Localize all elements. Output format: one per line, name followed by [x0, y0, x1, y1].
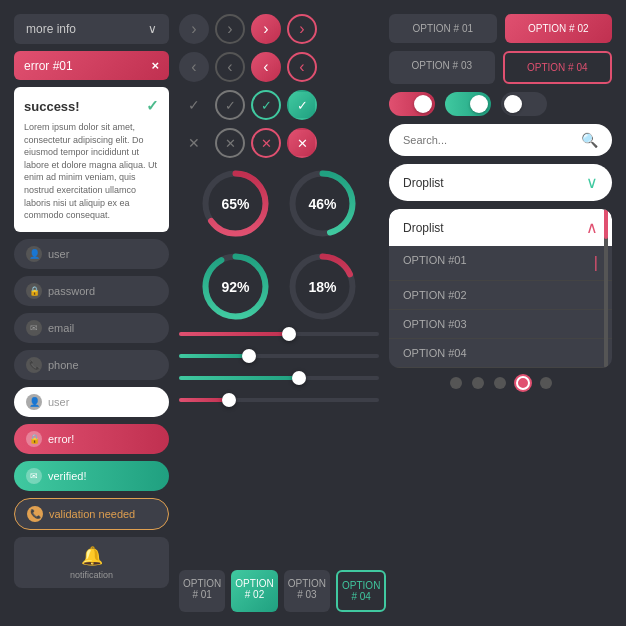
progress-circle-92: 92% — [198, 249, 273, 324]
user-placeholder: user — [48, 248, 69, 260]
radio-dot-3[interactable] — [494, 377, 506, 389]
progress-label-18: 18% — [308, 279, 336, 295]
droplist-open-header[interactable]: Droplist ∧ — [389, 209, 612, 246]
more-info-label: more info — [26, 22, 76, 36]
droplist-closed-label: Droplist — [403, 176, 444, 190]
search-bar[interactable]: 🔍 — [389, 124, 612, 156]
options-row-1: OPTION # 01 OPTION # 02 — [389, 14, 612, 43]
error-badge[interactable]: error #01 × — [14, 51, 169, 80]
cross-outline-red[interactable]: ✕ — [251, 128, 281, 158]
more-info-dropdown[interactable]: more info ∨ — [14, 14, 169, 44]
toggle-2-thumb — [470, 95, 488, 113]
right-arrow-filled[interactable]: › — [251, 14, 281, 44]
chevron-down-icon: ∨ — [148, 22, 157, 36]
email-input-dark[interactable]: ✉ email — [14, 313, 169, 343]
slider-thumb-3[interactable] — [292, 371, 306, 385]
check-row: ✓ ✓ ✓ ✓ — [179, 90, 379, 120]
verified-email-icon: ✉ — [26, 468, 42, 484]
check-filled-green[interactable]: ✓ — [287, 90, 317, 120]
left-arrow-flat[interactable]: ‹ — [179, 52, 209, 82]
chevron-down-icon-2: ∨ — [586, 173, 598, 192]
droplist-open-label: Droplist — [403, 221, 444, 235]
cross-outline-1[interactable]: ✕ — [215, 128, 245, 158]
phone-input-dark[interactable]: 📞 phone — [14, 350, 169, 380]
radio-dot-1[interactable] — [450, 377, 462, 389]
slider-fill-3 — [179, 376, 299, 380]
success-card: success! ✓ Lorem ipsum dolor sit amet, c… — [14, 87, 169, 232]
progress-label-92: 92% — [221, 279, 249, 295]
phone-placeholder: phone — [48, 359, 79, 371]
error-input[interactable]: 🔒 error! — [14, 424, 169, 454]
right-arrow-flat[interactable]: › — [179, 14, 209, 44]
close-icon[interactable]: × — [151, 58, 159, 73]
radio-dot-5[interactable] — [540, 377, 552, 389]
droplist-closed[interactable]: Droplist ∨ — [389, 164, 612, 201]
left-arrow-circle-outline[interactable]: ‹ — [287, 52, 317, 82]
droplist-item-2[interactable]: OPTION #02 — [389, 281, 612, 310]
user-input-white[interactable]: 👤 user — [14, 387, 169, 417]
bell-icon: 🔔 — [81, 545, 103, 567]
user2-icon: 👤 — [26, 394, 42, 410]
cross-flat: ✕ — [179, 135, 209, 151]
slider-thumb-1[interactable] — [282, 327, 296, 341]
toggle-row — [389, 92, 612, 116]
mid-tab-2[interactable]: OPTION # 02 — [231, 570, 277, 612]
option-btn-02[interactable]: OPTION # 02 — [505, 14, 613, 43]
check-outline-1[interactable]: ✓ — [215, 90, 245, 120]
options-row-2: OPTION # 03 OPTION # 04 — [389, 51, 612, 84]
droplist-item-1[interactable]: OPTION #01 | — [389, 246, 612, 281]
radio-dot-4[interactable] — [516, 376, 530, 390]
droplist-scrollbar-thumb[interactable] — [604, 209, 608, 239]
option-btn-04[interactable]: OPTION # 04 — [503, 51, 613, 84]
droplist-item-4[interactable]: OPTION #04 — [389, 339, 612, 368]
slider-thumb-4[interactable] — [222, 393, 236, 407]
droplist-item-1-label: OPTION #01 — [403, 254, 467, 272]
progress-circle-65: 65% — [198, 166, 273, 241]
droplist-item-4-label: OPTION #04 — [403, 347, 467, 359]
sliders-section — [179, 332, 379, 402]
droplist-item-3-label: OPTION #03 — [403, 318, 467, 330]
droplist-item-1-indicator: | — [594, 254, 598, 272]
verified-input-label: verified! — [48, 470, 87, 482]
email-icon: ✉ — [26, 320, 42, 336]
option-btn-03[interactable]: OPTION # 03 — [389, 51, 495, 84]
password-input-dark[interactable]: 🔒 password — [14, 276, 169, 306]
progress-row-1: 65% 46% — [179, 166, 379, 241]
check-outline-green[interactable]: ✓ — [251, 90, 281, 120]
warning-input[interactable]: 📞 validation needed — [14, 498, 169, 530]
email-placeholder: email — [48, 322, 74, 334]
search-input[interactable] — [403, 134, 581, 146]
radio-row — [389, 376, 612, 390]
slider-thumb-2[interactable] — [242, 349, 256, 363]
progress-label-65: 65% — [221, 196, 249, 212]
password-placeholder: password — [48, 285, 95, 297]
left-column: more info ∨ error #01 × success! ✓ Lorem… — [14, 14, 169, 612]
left-arrow-outline[interactable]: ‹ — [215, 52, 245, 82]
toggle-2[interactable] — [445, 92, 491, 116]
slider-fill-2 — [179, 354, 249, 358]
verified-input[interactable]: ✉ verified! — [14, 461, 169, 491]
user-input-dark[interactable]: 👤 user — [14, 239, 169, 269]
progress-label-46: 46% — [308, 196, 336, 212]
mid-tab-3[interactable]: OPTION # 03 — [284, 570, 330, 612]
mid-tab-1[interactable]: OPTION # 01 — [179, 570, 225, 612]
droplist-scrollbar[interactable] — [604, 209, 608, 368]
droplist-item-3[interactable]: OPTION #03 — [389, 310, 612, 339]
option-btn-01[interactable]: OPTION # 01 — [389, 14, 497, 43]
left-arrows-row: ‹ ‹ ‹ ‹ — [179, 52, 379, 82]
user-icon: 👤 — [26, 246, 42, 262]
notification-button[interactable]: 🔔 notification — [14, 537, 169, 588]
lock-icon: 🔒 — [26, 283, 42, 299]
right-arrow-circle-outline[interactable]: › — [287, 14, 317, 44]
droplist-open: Droplist ∧ OPTION #01 | OPTION #02 OPTIO… — [389, 209, 612, 368]
left-arrow-filled[interactable]: ‹ — [251, 52, 281, 82]
right-arrows-row: › › › › — [179, 14, 379, 44]
check-icon: ✓ — [146, 97, 159, 115]
mid-tab-4[interactable]: OPTION # 04 — [336, 570, 386, 612]
toggle-3[interactable] — [501, 92, 547, 116]
radio-dot-2[interactable] — [472, 377, 484, 389]
toggle-1[interactable] — [389, 92, 435, 116]
right-arrow-outline[interactable]: › — [215, 14, 245, 44]
cross-filled-red[interactable]: ✕ — [287, 128, 317, 158]
warning-input-label: validation needed — [49, 508, 135, 520]
